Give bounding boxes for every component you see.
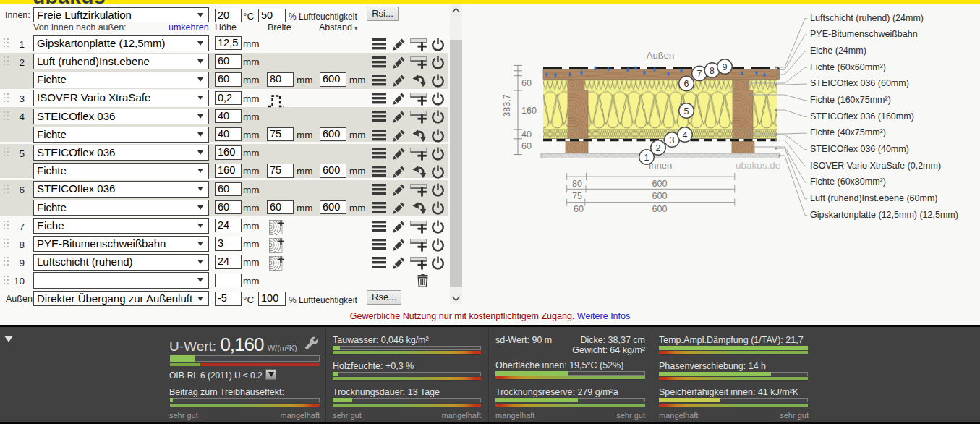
svg-text:STEICOflex 036 (60mm): STEICOflex 036 (60mm) [810, 78, 909, 88]
svg-text:383,7: 383,7 [502, 94, 512, 116]
svg-text:60: 60 [521, 78, 532, 88]
svg-text:Fichte (40x75mm²): Fichte (40x75mm²) [810, 127, 886, 137]
svg-text:80: 80 [572, 179, 582, 189]
svg-text:5: 5 [684, 106, 689, 116]
svg-text:60: 60 [521, 141, 532, 151]
svg-text:600: 600 [652, 191, 668, 201]
svg-text:7: 7 [697, 69, 702, 79]
svg-text:Eiche (24mm): Eiche (24mm) [810, 46, 866, 56]
svg-text:2: 2 [656, 143, 661, 153]
svg-text:Fichte (60x60mm²): Fichte (60x60mm²) [810, 62, 886, 72]
svg-text:3: 3 [670, 135, 675, 145]
svg-text:75: 75 [572, 191, 582, 201]
svg-text:STEICOflex 036 (40mm): STEICOflex 036 (40mm) [810, 144, 909, 154]
svg-text:8: 8 [710, 66, 715, 76]
svg-text:Fichte (60x80mm²): Fichte (60x80mm²) [810, 177, 886, 187]
svg-text:1: 1 [644, 153, 649, 163]
svg-text:STEICOflex 036 (160mm): STEICOflex 036 (160mm) [810, 111, 914, 122]
svg-text:160: 160 [521, 106, 537, 116]
svg-text:4: 4 [683, 130, 688, 140]
svg-text:Luftschicht (ruhend) (24mm): Luftschicht (ruhend) (24mm) [810, 13, 924, 23]
svg-text:40: 40 [521, 130, 532, 140]
svg-text:ubakus.de: ubakus.de [736, 160, 780, 171]
svg-text:9: 9 [723, 62, 728, 72]
svg-text:Fichte (160x75mm²): Fichte (160x75mm²) [810, 95, 891, 105]
svg-text:600: 600 [652, 204, 668, 214]
svg-text:Luft (ruhend)Inst.ebene (60mm): Luft (ruhend)Inst.ebene (60mm) [810, 193, 937, 203]
svg-text:Außen: Außen [647, 50, 674, 61]
svg-text:6: 6 [684, 79, 689, 89]
svg-text:ISOVER Vario XtraSafe (0,2mm): ISOVER Vario XtraSafe (0,2mm) [810, 161, 941, 171]
svg-text:60: 60 [574, 204, 584, 214]
svg-text:PYE-Bitumenschweißbahn: PYE-Bitumenschweißbahn [810, 29, 918, 39]
svg-text:Gipskartonplatte (12,5mm) (12,: Gipskartonplatte (12,5mm) (12,5mm) [810, 210, 958, 220]
svg-text:600: 600 [652, 179, 668, 189]
